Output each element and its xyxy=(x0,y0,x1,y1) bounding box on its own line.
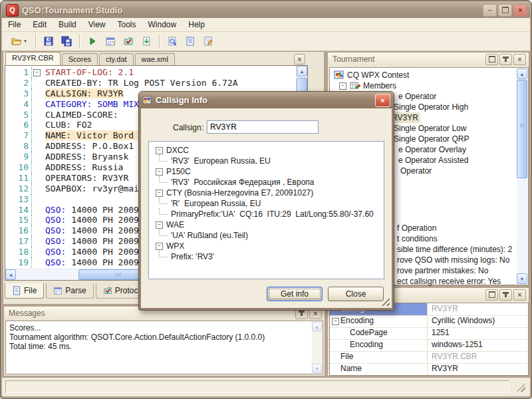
parse-button[interactable] xyxy=(102,33,119,49)
callsign-input[interactable] xyxy=(207,120,319,134)
tab-parse[interactable]: Parse xyxy=(46,283,93,299)
line-number: 5 xyxy=(6,110,31,120)
tree-node-p150c[interactable]: −P150C xyxy=(149,166,384,177)
property-row-encoding-name[interactable]: Encoding windows-1251 xyxy=(330,339,528,352)
menu-help[interactable]: Help xyxy=(182,19,211,31)
messages-scrollbar[interactable]: ▲ ▼ xyxy=(312,322,322,373)
collapse-icon[interactable]: − xyxy=(156,190,163,197)
tree-node-wpx[interactable]: −WPX xyxy=(149,241,384,251)
tree-leaf[interactable]: 'R' European Russia, EU xyxy=(149,198,384,209)
tree-item-operator-assisted[interactable]: e Operator Assisted xyxy=(398,155,468,166)
scroll-up-button[interactable]: ▲ xyxy=(312,322,322,331)
tree-item-partner-mistakes[interactable]: rove partner mistakes: No xyxy=(397,265,488,276)
float-panel-button[interactable] xyxy=(485,54,498,65)
window-title: QSO:Tournament Studio xyxy=(22,5,481,15)
tree-item-single-operator-qrp[interactable]: Single Operator QRP xyxy=(394,134,469,144)
dialog-close-button[interactable]: × xyxy=(375,94,390,107)
collapse-icon[interactable]: − xyxy=(156,221,163,229)
menu-build[interactable]: Build xyxy=(53,19,82,31)
tree-item-single-operator-low[interactable]: Single Operator Low xyxy=(394,123,466,134)
save-button[interactable] xyxy=(40,33,57,49)
fold-margin xyxy=(31,225,41,236)
menu-file[interactable]: File xyxy=(2,19,27,31)
property-row-codepage[interactable]: CodePage 1251 xyxy=(330,327,528,340)
menu-view[interactable]: View xyxy=(82,19,112,31)
float-panel-button[interactable] xyxy=(485,289,498,301)
property-grid[interactable]: Callsign RV3YR −Encoding Cyrillic (Windo… xyxy=(329,303,529,376)
scroll-down-button[interactable]: ▼ xyxy=(312,364,322,373)
tab-scores[interactable]: Scores xyxy=(62,53,98,65)
save-all-button[interactable] xyxy=(58,33,75,49)
menu-edit[interactable]: Edit xyxy=(27,19,53,31)
tab-wae-xml[interactable]: wae.xml xyxy=(135,53,175,65)
document-close-button[interactable]: × xyxy=(294,54,305,65)
tournament-scrollbar[interactable]: ▲ ▼ xyxy=(517,68,527,284)
scroll-up-button[interactable]: ▲ xyxy=(297,66,307,76)
tree-item-multi-operator[interactable]: Operator xyxy=(400,166,432,176)
callsign-info-tree[interactable]: −DXCC 'RV3' European Russia, EU −P150C '… xyxy=(148,141,384,279)
tree-item-operator-overlay[interactable]: e Operator Overlay xyxy=(398,144,466,155)
run-button[interactable] xyxy=(84,33,101,49)
maximize-button[interactable] xyxy=(498,4,512,17)
collapse-icon[interactable]: − xyxy=(156,168,163,176)
messages-content[interactable]: Scores... Tournament algorithm: QSOT.Cor… xyxy=(5,321,323,374)
tree-item-single-operator[interactable]: e Operator xyxy=(398,91,436,102)
pin-button[interactable] xyxy=(499,289,512,301)
minimize-button[interactable]: – xyxy=(483,4,497,17)
tree-item-conditions[interactable]: t conditions xyxy=(397,233,438,244)
tree-node-dxcc[interactable]: −DXCC xyxy=(149,145,384,156)
collapse-icon[interactable]: − xyxy=(156,147,163,154)
tree-leaf[interactable]: 'RV3' European Russia, EU xyxy=(149,156,384,166)
tree-item-time-difference[interactable]: sible time difference (minutes): 2 xyxy=(397,244,512,255)
tab-rv3yr-cbr[interactable]: RV3YR.CBR xyxy=(5,52,61,65)
collapse-icon[interactable]: − xyxy=(332,318,339,325)
menu-tools[interactable]: Tools xyxy=(112,19,142,31)
tree-leaf[interactable]: 'UA' Rußland (eu.Teil) xyxy=(149,230,384,241)
property-row-name[interactable]: Name RV3YR xyxy=(330,363,528,376)
tree-item-operation[interactable]: f Operation xyxy=(397,223,436,233)
menu-window[interactable]: Window xyxy=(142,19,183,31)
tree-item-single-operator-high[interactable]: Single Operator High xyxy=(394,102,468,112)
dialog-titlebar[interactable]: Callsign Info × xyxy=(139,92,394,108)
get-info-button[interactable]: Get info xyxy=(267,287,323,301)
resize-grip[interactable] xyxy=(517,383,525,392)
tree-leaf[interactable]: PrimaryPrefix:'UA' CQ:16 ITU:29 Lat/Long… xyxy=(149,209,384,219)
dialog-close-action-button[interactable]: Close xyxy=(328,287,384,301)
scroll-down-button[interactable]: ▼ xyxy=(517,273,527,284)
tree-node-cty[interactable]: −CTY (Bosnia-Herzegovina E7, 20091027) xyxy=(149,188,384,198)
tree-item-members[interactable]: − Members xyxy=(339,80,396,91)
pin-button[interactable] xyxy=(499,54,512,65)
find-button[interactable] xyxy=(164,33,181,49)
scroll-left-button[interactable]: ◄ xyxy=(5,269,16,280)
editor-line[interactable]: 2CREATED-BY: TR Log POST Version 6.72A xyxy=(6,78,295,88)
import-button[interactable] xyxy=(138,33,155,49)
close-panel-button[interactable]: × xyxy=(513,289,526,301)
tree-leaf[interactable]: 'RV3' Российская Федерация , Европа xyxy=(149,177,384,188)
tree-leaf[interactable]: Prefix: 'RV3' xyxy=(149,251,384,262)
open-file-button[interactable]: ▼ xyxy=(7,33,31,49)
line-number: 15 xyxy=(6,215,31,225)
collapse-icon[interactable]: − xyxy=(339,82,346,90)
tree-node-wae[interactable]: −WAE xyxy=(149,219,384,230)
close-button[interactable]: × xyxy=(513,4,527,17)
toolbar-separator xyxy=(79,34,80,49)
tab-cty-dat[interactable]: cty.dat xyxy=(99,53,134,65)
scroll-thumb[interactable] xyxy=(517,80,527,178)
scroll-up-button[interactable]: ▲ xyxy=(517,68,527,79)
close-panel-button[interactable]: × xyxy=(513,54,526,65)
pin-icon xyxy=(505,292,507,297)
protocol-button[interactable] xyxy=(120,33,137,49)
fold-margin xyxy=(31,120,41,130)
fold-collapse-icon[interactable]: − xyxy=(33,69,41,76)
tree-item-contest[interactable]: CQ WPX Contest xyxy=(334,70,409,80)
minimize-icon: – xyxy=(488,7,492,14)
property-row-encoding[interactable]: −Encoding Cyrillic (Windows) xyxy=(330,315,528,328)
properties-button[interactable] xyxy=(200,33,217,49)
editor-line[interactable]: 1−START-OF-LOG: 2.1 xyxy=(6,67,295,78)
tab-file[interactable]: File xyxy=(5,283,44,299)
property-row-file[interactable]: File RV3YR.CBR xyxy=(330,351,528,364)
report-button[interactable] xyxy=(182,33,199,49)
collapse-icon[interactable]: − xyxy=(156,243,163,250)
tree-item-callsign-receive-error[interactable]: ect callsign receive error: Yes xyxy=(397,276,501,287)
tree-item-missing-logs[interactable]: rove QSO with missing logs: No xyxy=(397,255,509,265)
